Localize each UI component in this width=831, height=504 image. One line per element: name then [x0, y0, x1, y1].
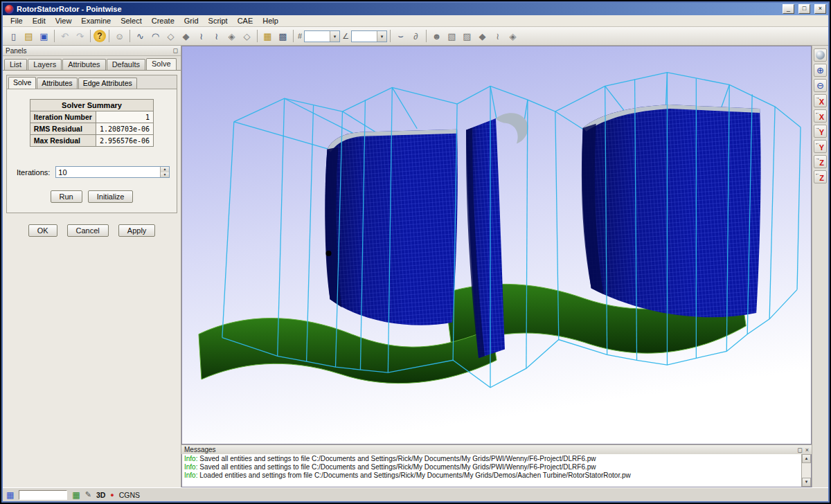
menu-grid[interactable]: Grid [179, 16, 204, 26]
toolbar-separator [54, 30, 55, 42]
iterations-input[interactable] [56, 167, 160, 177]
close-button[interactable]: × [814, 4, 826, 14]
dimension-combo[interactable]: ▾ [304, 30, 340, 42]
zoom-out-button[interactable]: ⊖ [814, 79, 827, 92]
dimension-hash-icon: # [298, 32, 302, 40]
status-input[interactable] [19, 490, 67, 500]
subtab-solve[interactable]: Solve [8, 77, 36, 89]
point-tool-icon[interactable]: ◇ [163, 29, 178, 44]
tab-layers[interactable]: Layers [28, 59, 62, 70]
connector-tool-icon[interactable]: ≀ [194, 29, 208, 44]
wire-block-icon[interactable]: ▨ [460, 29, 474, 44]
tab-attributes[interactable]: Attributes [62, 59, 105, 70]
spline-tool-icon[interactable]: ≀ [209, 29, 224, 44]
open-icon[interactable]: ▤ [21, 29, 36, 44]
chevron-down-icon[interactable]: ▾ [377, 31, 386, 42]
menu-help[interactable]: Help [258, 16, 283, 26]
tangent-tool-icon[interactable]: ⌣ [393, 29, 408, 44]
apply-button[interactable]: Apply [118, 224, 156, 237]
solid-block-icon[interactable]: ▧ [445, 29, 459, 44]
view-minus-z-button[interactable]: ←Z [814, 170, 827, 183]
menu-examine[interactable]: Examine [76, 16, 116, 26]
log-text: Saved all entities and settings to file … [197, 455, 596, 462]
cancel-button[interactable]: Cancel [67, 224, 109, 237]
connector-link-icon[interactable]: ≀ [490, 29, 505, 44]
menu-create[interactable]: Create [147, 16, 179, 26]
close-icon[interactable]: × [805, 447, 809, 453]
view-minus-x-button[interactable]: ←X [814, 109, 827, 123]
view-minus-y-button[interactable]: ←Y [814, 140, 827, 153]
zoom-in-button[interactable]: ⊕ [814, 64, 827, 77]
messages-panel: Messages ◻ × Info: Saved all entities an… [181, 444, 812, 487]
initialize-button[interactable]: Initialize [88, 190, 134, 203]
view-toolbar: ⊕ ⊖ →X ←X →Y ←Y →Z ←Z [812, 46, 828, 487]
subtab-edge-attributes[interactable]: Edge Attributes [78, 78, 137, 89]
help-icon[interactable]: ? [93, 30, 106, 42]
subtab-attributes[interactable]: Attributes [37, 78, 77, 89]
menu-file[interactable]: File [6, 16, 28, 26]
messages-log: Info: Saved all entities and settings to… [182, 454, 801, 487]
scroll-down-icon[interactable]: ▼ [802, 478, 811, 487]
save-icon[interactable]: ▣ [37, 29, 51, 44]
new-icon[interactable]: ▯ [6, 29, 21, 44]
solve-subtabs: Solve Attributes Edge Attributes [7, 75, 177, 89]
axis-arrow-icon: ← [815, 141, 820, 145]
structured-grid-icon[interactable]: ▦ [260, 29, 275, 44]
view-plus-x-button[interactable]: →X [814, 94, 827, 107]
panels-title: Panels [6, 47, 27, 55]
unstructured-grid-icon[interactable]: ▩ [276, 29, 290, 44]
examine-icon[interactable]: ☻ [429, 29, 444, 44]
menu-script[interactable]: Script [204, 16, 233, 26]
domain-solid-icon[interactable]: ◆ [475, 29, 490, 44]
menu-select[interactable]: Select [116, 16, 147, 26]
curve-tool-icon[interactable]: ∿ [133, 29, 148, 44]
view-plus-y-button[interactable]: →Y [814, 125, 827, 138]
arc-tool-icon[interactable]: ◠ [148, 29, 163, 44]
log-entry: Info: Saved all entities and settings to… [184, 463, 799, 471]
angle-combo[interactable]: ▾ [351, 30, 387, 42]
dialog-buttons: OK Cancel Apply [6, 224, 177, 237]
menu-cae[interactable]: CAE [233, 16, 258, 26]
spin-down-icon[interactable]: ▼ [161, 172, 169, 178]
edit-mode-icon[interactable]: ✎ [85, 490, 91, 499]
trackball-button[interactable] [814, 48, 827, 62]
axis-letter: Z [819, 174, 824, 182]
axis-arrow-icon: → [815, 95, 820, 100]
iterations-stepper[interactable]: ▲ ▼ [55, 166, 170, 178]
block-tool-icon[interactable]: ◇ [240, 29, 254, 44]
solver-actions: Run Initialize [7, 190, 177, 203]
maximize-button[interactable]: □ [798, 4, 810, 14]
domain-tool-icon[interactable]: ◈ [224, 29, 239, 44]
solver-summary-table: Solver Summary Iteration Number 1 RMS Re… [30, 99, 154, 147]
grid-mode-icon[interactable]: ▦ [72, 490, 80, 500]
record-icon[interactable]: ● [110, 492, 114, 498]
undo-icon[interactable]: ↶ [57, 29, 72, 44]
dimension-combo-value [305, 31, 330, 42]
tab-solve[interactable]: Solve [146, 58, 177, 70]
scroll-up-icon[interactable]: ▲ [802, 454, 811, 463]
title-bar: RotorStatorRotor - Pointwise _ □ × [3, 3, 828, 15]
minimize-button[interactable]: _ [783, 4, 794, 14]
surface-tool-icon[interactable]: ◆ [179, 29, 193, 44]
chevron-down-icon[interactable]: ▾ [330, 31, 339, 42]
log-level: Info: [184, 463, 197, 471]
tab-defaults[interactable]: Defaults [107, 59, 145, 70]
iterations-label: Iterations: [17, 168, 50, 177]
tab-list[interactable]: List [4, 59, 27, 70]
viewport-3d[interactable] [181, 46, 812, 444]
view-plus-z-button[interactable]: →Z [814, 155, 827, 168]
select-mask-icon[interactable]: ☺ [112, 29, 127, 44]
menu-edit[interactable]: Edit [28, 16, 51, 26]
menu-view[interactable]: View [51, 16, 77, 26]
redo-icon[interactable]: ↷ [73, 29, 87, 44]
trackball-icon [816, 51, 825, 60]
ok-button[interactable]: OK [28, 224, 57, 237]
run-button[interactable]: Run [51, 190, 82, 203]
partial-derivative-icon[interactable]: ∂ [409, 29, 423, 44]
messages-scrollbar[interactable]: ▲ ▼ [801, 454, 811, 487]
dock-icon[interactable]: ◻ [797, 447, 802, 453]
dock-icon[interactable]: ◻ [173, 47, 178, 54]
probe-icon[interactable]: ◈ [506, 29, 520, 44]
pointwise-logo-icon [5, 5, 14, 14]
spin-up-icon[interactable]: ▲ [161, 167, 169, 172]
